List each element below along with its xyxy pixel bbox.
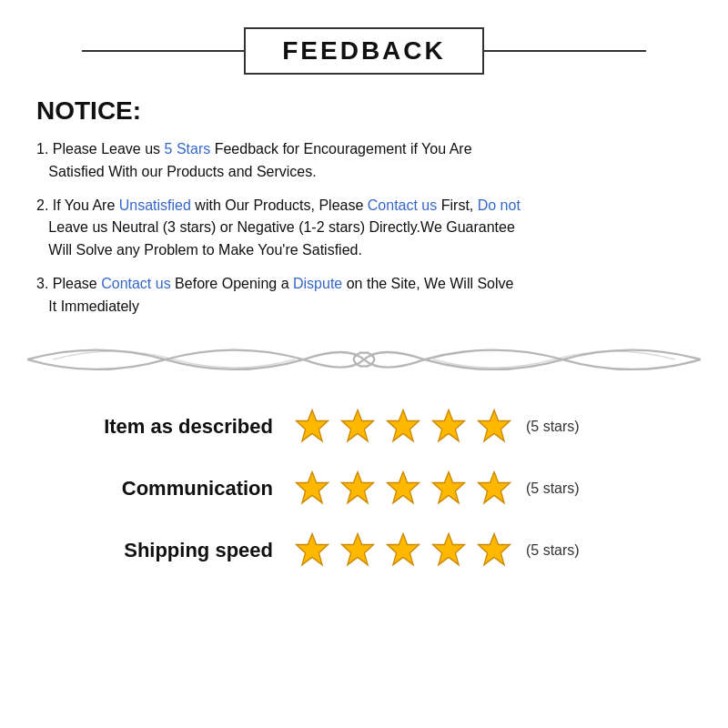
stars-label-3: (5 stars) — [526, 542, 580, 559]
star-2-5 — [473, 468, 515, 510]
svg-marker-14 — [433, 533, 465, 564]
notice-item-2-highlight1: Unsatisfied — [119, 197, 191, 213]
stars-label-1: (5 stars) — [526, 419, 580, 435]
star-3-1 — [291, 530, 333, 571]
notice-item-2-number: 2. — [36, 197, 48, 213]
notice-item-2-text2: with Our Products, Please — [195, 197, 367, 213]
decorative-divider — [27, 333, 701, 388]
notice-item-3-number: 3. — [36, 276, 48, 291]
stars-2: (5 stars) — [291, 468, 580, 510]
notice-item-1-highlight1: 5 Stars — [165, 141, 211, 157]
svg-marker-15 — [479, 533, 511, 564]
notice-item-1: 1. Please Leave us 5 Stars Feedback for … — [36, 138, 692, 184]
rating-row-2: Communication (5 stars) — [46, 468, 682, 510]
stars-1: (5 stars) — [291, 406, 580, 448]
feedback-title: FEEDBACK — [282, 36, 446, 65]
notice-item-2-text4: Leave us Neutral (3 stars) or Negative (… — [36, 219, 515, 258]
star-3-5 — [473, 530, 515, 571]
star-2-3 — [382, 468, 424, 510]
notice-item-2-text1: If You Are — [53, 197, 119, 213]
notice-title: NOTICE: — [36, 96, 692, 126]
svg-marker-3 — [388, 410, 420, 440]
star-3-3 — [382, 530, 424, 571]
feedback-header: FEEDBACK — [27, 27, 701, 75]
notice-item-3-text2: Before Opening a — [175, 276, 293, 291]
star-3-2 — [337, 530, 379, 571]
svg-marker-9 — [433, 471, 465, 502]
svg-marker-5 — [479, 410, 511, 440]
star-2-4 — [428, 468, 470, 510]
star-2-2 — [337, 468, 379, 510]
notice-item-3-highlight2: Dispute — [293, 276, 342, 291]
rating-label-1: Item as described — [46, 415, 291, 439]
divider-svg — [27, 335, 701, 385]
ratings-section: Item as described (5 stars) Communicatio… — [27, 406, 701, 571]
feedback-box: FEEDBACK — [244, 27, 484, 75]
svg-marker-13 — [388, 533, 420, 564]
svg-marker-2 — [342, 410, 374, 440]
star-1-4 — [428, 406, 470, 448]
notice-item-2-text3: First, — [441, 197, 478, 213]
stars-label-2: (5 stars) — [526, 480, 580, 497]
notice-item-2: 2. If You Are Unsatisfied with Our Produ… — [36, 195, 692, 262]
page: FEEDBACK NOTICE: 1. Please Leave us 5 St… — [0, 0, 728, 728]
star-1-3 — [382, 406, 424, 448]
notice-item-3-highlight1: Contact us — [101, 276, 170, 291]
notice-item-2-highlight2: Contact us — [368, 197, 437, 213]
rating-row-1: Item as described (5 stars) — [46, 406, 682, 448]
svg-marker-11 — [297, 533, 329, 564]
rating-row-3: Shipping speed (5 stars) — [46, 530, 682, 571]
star-1-2 — [337, 406, 379, 448]
rating-label-2: Communication — [46, 477, 291, 500]
rating-label-3: Shipping speed — [46, 539, 291, 562]
svg-marker-7 — [342, 471, 374, 502]
notice-item-3-text1: Please — [53, 276, 101, 291]
stars-3: (5 stars) — [291, 530, 580, 571]
svg-marker-10 — [479, 471, 511, 502]
svg-marker-1 — [297, 410, 329, 440]
svg-marker-6 — [297, 471, 329, 502]
notice-item-1-text1: Please Leave us — [53, 141, 165, 157]
notice-item-1-number: 1. — [36, 141, 48, 157]
notice-item-3: 3. Please Contact us Before Opening a Di… — [36, 273, 692, 318]
star-1-1 — [291, 406, 333, 448]
star-3-4 — [428, 530, 470, 571]
svg-marker-4 — [433, 410, 465, 440]
star-1-5 — [473, 406, 515, 448]
notice-item-2-highlight3: Do not — [478, 197, 521, 213]
notice-section: NOTICE: 1. Please Leave us 5 Stars Feedb… — [27, 96, 701, 318]
svg-marker-8 — [388, 471, 420, 502]
svg-marker-12 — [342, 533, 374, 564]
star-2-1 — [291, 468, 333, 510]
